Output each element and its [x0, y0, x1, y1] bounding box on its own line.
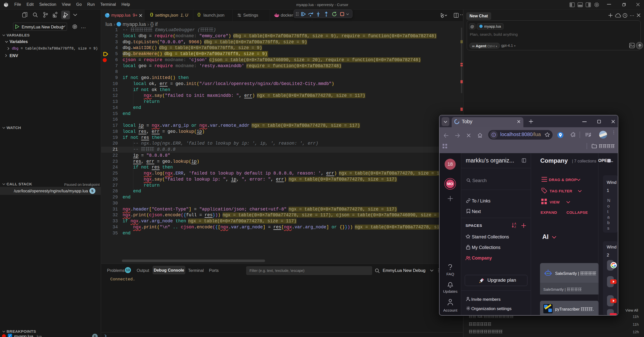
svg-text:A: A — [514, 222, 516, 225]
svg-text:Z: Z — [514, 225, 516, 228]
